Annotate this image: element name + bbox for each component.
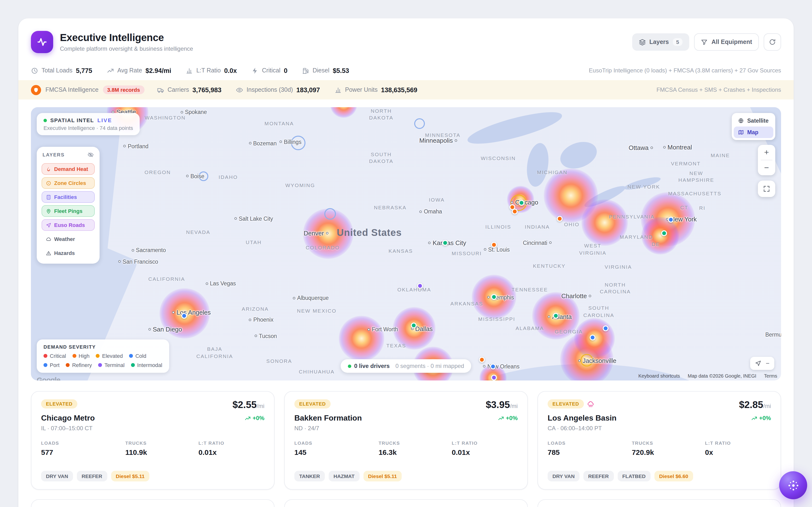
- city-marker: [511, 201, 513, 204]
- layer-items: Demand HeatZone CirclesFacilitiesFleet P…: [42, 163, 95, 259]
- card-stats: LOADS785TRUCKS720.9kL:T RATIO0x: [548, 440, 771, 456]
- layer-toggle-demand-heat[interactable]: Demand Heat: [42, 163, 95, 175]
- shield-icon: [33, 87, 39, 93]
- facility-marker-teal[interactable]: [519, 200, 524, 206]
- keyboard-shortcuts-link[interactable]: Keyboard shortcuts: [638, 373, 680, 379]
- market-card-bakken-formation[interactable]: ELEVATED$3.95/miBakken Formation+0%ND · …: [284, 391, 528, 490]
- state-label: OHIO: [564, 221, 579, 228]
- layer-toggle-hazards[interactable]: Hazards: [42, 247, 95, 259]
- city-name: Dallas: [415, 325, 433, 332]
- zoom-out-button[interactable]: −: [758, 160, 775, 175]
- layer-toggle-fleet-pings[interactable]: Fleet Pings: [42, 205, 95, 217]
- city-name: Salt Lake City: [239, 216, 273, 222]
- layer-toggle-euso-roads[interactable]: Euso Roads: [42, 219, 95, 231]
- state-label: SOUTH CAROLINA: [583, 304, 614, 319]
- layer-toggle-weather[interactable]: Weather: [42, 233, 95, 245]
- state-label: RI: [699, 205, 705, 212]
- market-card-chicago-metro[interactable]: ELEVATED$2.55/miChicago Metro+0%IL · 07:…: [31, 391, 274, 490]
- city-name: Ottawa: [628, 144, 648, 151]
- locate-control[interactable]: −: [750, 357, 774, 370]
- city-marker: [172, 311, 174, 314]
- city-marker: [148, 328, 151, 331]
- map-type-map[interactable]: Map: [734, 126, 773, 138]
- eye-off-icon[interactable]: [88, 152, 94, 158]
- city-label-bozeman: Bozeman: [249, 140, 277, 146]
- legend-item-refinery: Refinery: [66, 362, 92, 368]
- map-attribution: Keyboard shortcuts Map data ©2026 Google…: [638, 373, 777, 379]
- legend-dot: [44, 354, 47, 358]
- city-name: Bermuda: [765, 332, 781, 338]
- facility-marker-orange[interactable]: [512, 209, 518, 214]
- live-drivers-text: 0 live drivers: [354, 362, 390, 370]
- stat-label: LOADS: [41, 440, 125, 446]
- card-stat-l-t-ratio: L:T RATIO0x: [705, 440, 771, 456]
- layer-toggle-zone-circles[interactable]: Zone Circles: [42, 177, 95, 189]
- stat-label: Total Loads: [42, 67, 72, 74]
- facility-marker-teal[interactable]: [491, 294, 497, 300]
- status-badge: ELEVATED: [294, 399, 331, 408]
- facility-marker-blue[interactable]: [181, 313, 187, 319]
- map-pin-icon: [46, 208, 51, 214]
- card-top: ELEVATED$2.55/mi: [41, 399, 264, 410]
- city-label-omaha: Omaha: [419, 209, 442, 214]
- state-label: KANSAS: [389, 248, 413, 255]
- trend-indicator: +0%: [498, 415, 518, 421]
- facility-marker-teal[interactable]: [661, 231, 667, 236]
- layers-button[interactable]: Layers 5: [632, 33, 689, 51]
- facility-marker-blue[interactable]: [590, 335, 596, 340]
- map-canvas[interactable]: WASHINGTONMONTANANORTH DAKOTAMINNESOTAWI…: [31, 107, 781, 381]
- facility-marker-purple[interactable]: [417, 283, 423, 288]
- state-label: GEORGIA: [555, 328, 582, 335]
- lake-huron-shape: [557, 137, 601, 173]
- ai-assistant-button[interactable]: [779, 471, 807, 499]
- filter-icon: [701, 39, 708, 45]
- card-name-row: Chicago Metro+0%: [41, 414, 264, 422]
- card-tags: DRY VANREEFERDiesel $5.11: [41, 464, 264, 482]
- refresh-button[interactable]: [764, 33, 781, 51]
- card-stat-trucks: TRUCKS720.9k: [632, 440, 705, 456]
- globe-icon: [738, 118, 744, 124]
- status-badge: ELEVATED: [548, 399, 584, 408]
- card-stat-loads: LOADS145: [294, 440, 378, 456]
- facility-marker-teal[interactable]: [442, 240, 448, 246]
- city-marker: [484, 248, 486, 251]
- state-label: WEST VIRGINIA: [579, 242, 606, 257]
- facility-marker-orange[interactable]: [479, 357, 485, 362]
- google-logo[interactable]: Google: [37, 376, 60, 381]
- facility-marker-orange[interactable]: [491, 242, 497, 247]
- partial-card: [538, 499, 781, 507]
- card-tags: DRY VANREEFERFLATBEDDiesel $6.60: [548, 464, 771, 482]
- trend-value: +0%: [506, 415, 518, 421]
- city-label-montreal: Montreal: [663, 144, 692, 151]
- city-name: Portland: [128, 144, 149, 149]
- market-cards-row: ELEVATED$2.55/miChicago Metro+0%IL · 07:…: [31, 391, 781, 490]
- state-label: NEVADA: [186, 229, 210, 236]
- facility-marker-orange[interactable]: [557, 216, 563, 222]
- facility-marker-teal[interactable]: [553, 313, 559, 319]
- map-type-satellite[interactable]: Satellite: [734, 115, 773, 126]
- layer-label: Euso Roads: [54, 222, 85, 228]
- city-name: Omaha: [424, 209, 442, 214]
- state-label: WISCONSIN: [481, 155, 516, 162]
- legend-item-cold: Cold: [129, 353, 146, 359]
- city-label-salt-lake-city: Salt Lake City: [235, 216, 273, 222]
- facility-marker-blue[interactable]: [490, 363, 496, 369]
- facility-marker-blue[interactable]: [668, 217, 674, 223]
- city-marker: [483, 365, 486, 368]
- zoom-in-button[interactable]: +: [758, 145, 775, 160]
- equipment-filter-button[interactable]: All Equipment: [694, 33, 759, 51]
- terms-link[interactable]: Terms: [764, 373, 777, 379]
- equipment-tag: DRY VAN: [548, 471, 579, 482]
- layer-toggle-facilities[interactable]: Facilities: [42, 191, 95, 203]
- market-card-los-angeles-basin[interactable]: ELEVATED$2.85/miLos Angeles Basin+0%CA ·…: [538, 391, 781, 490]
- fullscreen-button[interactable]: [758, 181, 775, 197]
- facility-marker-purple[interactable]: [491, 375, 497, 381]
- city-name: Spokane: [185, 109, 207, 115]
- city-marker: [549, 241, 552, 244]
- diesel-price-tag: Diesel $5.11: [363, 471, 402, 482]
- stat-diesel: Diesel$5.53: [302, 67, 349, 74]
- facility-marker-teal[interactable]: [411, 323, 416, 328]
- facility-marker-blue[interactable]: [603, 326, 609, 332]
- state-label: PENNSYLVANIA: [609, 213, 655, 220]
- city-label-portland: Portland: [123, 144, 149, 149]
